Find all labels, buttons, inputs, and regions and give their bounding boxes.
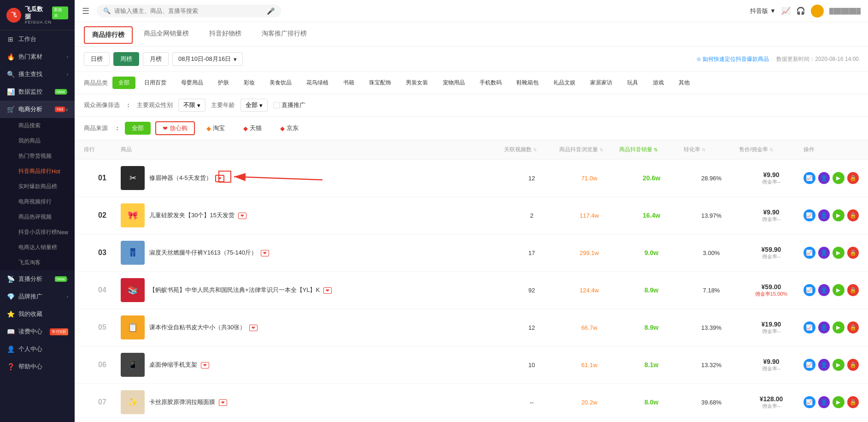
sub-item-store-ranking[interactable]: 抖音小店排行榜 New (18, 225, 75, 240)
source-btn-tianmao[interactable]: ◆ 天猫 (236, 122, 269, 135)
video-action-btn[interactable]: ▶ (833, 284, 845, 296)
user-action-btn[interactable]: 👤 (818, 172, 830, 184)
sidebar-item-help[interactable]: ❓ 帮助中心 (0, 358, 75, 375)
chart-icon[interactable]: 📈 (781, 6, 791, 15)
live-promo-checkbox[interactable]: 直播推广 (273, 101, 305, 109)
search-bar[interactable]: 🔍 🎤 (97, 5, 281, 18)
chart-action-btn[interactable]: 📈 (803, 284, 815, 296)
sub-item-my-products[interactable]: 我的商品 (18, 133, 75, 149)
video-action-btn[interactable]: ▶ (833, 396, 845, 408)
sidebar-item-live-analysis[interactable]: 📡 直播分析 New › (0, 270, 75, 288)
chart-action-btn[interactable]: 📈 (803, 247, 815, 259)
cat-btn-flower[interactable]: 花鸟绿植 (300, 77, 334, 89)
video-action-btn[interactable]: ▶ (833, 172, 845, 184)
sub-item-douyin-ranking[interactable]: 抖音商品排行 Hot (18, 164, 75, 179)
product-source-tag[interactable]: ❤ (215, 175, 224, 182)
search-input[interactable] (114, 7, 267, 14)
sidebar-item-streamer[interactable]: 🔍 播主查找 › (0, 65, 75, 83)
cat-btn-pet[interactable]: 宠物用品 (437, 77, 471, 89)
sub-item-hot-video[interactable]: 热门带货视频 (18, 149, 75, 164)
sub-item-product-search[interactable]: 商品搜索 (18, 118, 75, 133)
video-action-btn[interactable]: ▶ (833, 359, 845, 371)
chart-action-btn[interactable]: 📈 (803, 321, 815, 333)
sidebar-item-collection[interactable]: ⭐ 我的收藏 (0, 305, 75, 323)
chart-action-btn[interactable]: 📈 (803, 172, 815, 184)
video-action-btn[interactable]: ▶ (833, 247, 845, 259)
cat-btn-digital[interactable]: 手机数码 (474, 77, 508, 89)
chart-action-btn[interactable]: 📈 (803, 209, 815, 221)
sub-item-review-video[interactable]: 商品热评视频 (18, 209, 75, 225)
user-action-btn[interactable]: 👤 (818, 209, 830, 221)
sub-item-feigua-taobao[interactable]: 飞瓜淘客 (18, 255, 75, 270)
chart-action-btn[interactable]: 📈 (803, 396, 815, 408)
headset-icon[interactable]: 🎧 (796, 6, 805, 15)
cat-btn-home[interactable]: 家居家访 (584, 77, 618, 89)
user-action-btn[interactable]: 👤 (818, 359, 830, 371)
th-sales[interactable]: 商品抖音销量 ⇅ (619, 146, 684, 154)
th-watch[interactable]: 关联视频数 ⇅ (504, 146, 559, 154)
product-source-tag[interactable]: ❤ (238, 213, 246, 219)
lock-action-btn[interactable]: 🔒 (847, 172, 859, 184)
lock-action-btn[interactable]: 🔒 (847, 396, 859, 408)
daily-btn[interactable]: 日榜 (84, 52, 110, 66)
cat-btn-clothes[interactable]: 男装女装 (400, 77, 434, 89)
sidebar-item-workbench[interactable]: ⊞ 工作台 (0, 30, 75, 48)
video-action-btn[interactable]: ▶ (833, 209, 845, 221)
cat-btn-books[interactable]: 书籍 (337, 77, 360, 89)
avatar[interactable] (811, 5, 824, 18)
age-selector[interactable]: 全部 ▾ (240, 99, 268, 112)
weekly-btn[interactable]: 周榜 (113, 52, 139, 66)
sub-item-ecom-video[interactable]: 电商视频排行 (18, 194, 75, 209)
tab-all-network[interactable]: 商品全网销量榜 (135, 22, 198, 46)
user-action-btn[interactable]: 👤 (818, 247, 830, 259)
chart-action-btn[interactable]: 📈 (803, 359, 815, 371)
tab-product-ranking[interactable]: 商品排行榜 (84, 26, 133, 44)
sidebar-item-data-monitor[interactable]: 📊 数据监控 New › (0, 83, 75, 101)
lock-action-btn[interactable]: 🔒 (847, 247, 859, 259)
date-range-selector[interactable]: 08月10日-08月16日 ▾ (172, 52, 243, 66)
cat-btn-gift[interactable]: 礼品文娱 (547, 77, 581, 89)
product-source-tag[interactable]: ❤ (249, 325, 258, 331)
source-btn-jingdong[interactable]: ◆ 京东 (273, 122, 305, 135)
cat-btn-makeup[interactable]: 彩妆 (238, 77, 261, 89)
lock-action-btn[interactable]: 🔒 (847, 209, 859, 221)
cat-btn-jewelry[interactable]: 珠宝配饰 (363, 77, 397, 89)
video-action-btn[interactable]: ▶ (833, 321, 845, 333)
tab-good-things[interactable]: 抖音好物榜 (200, 22, 251, 46)
sub-item-anchor-ranking[interactable]: 电商达人销量榜 (18, 240, 75, 255)
source-btn-taobao[interactable]: ◆ 淘宝 (199, 122, 232, 135)
monthly-btn[interactable]: 月榜 (143, 52, 169, 66)
gender-selector[interactable]: 不限 ▾ (178, 99, 205, 112)
cat-btn-shoes[interactable]: 鞋靴箱包 (510, 77, 545, 89)
cat-btn-all[interactable]: 全部 (112, 77, 135, 89)
user-action-btn[interactable]: 👤 (818, 321, 830, 333)
sub-item-realtime[interactable]: 实时爆款商品榜 (18, 179, 75, 194)
lock-action-btn[interactable]: 🔒 (847, 359, 859, 371)
sidebar-item-reading[interactable]: 📖 读费中心 年付6折 (0, 323, 75, 340)
user-action-btn[interactable]: 👤 (818, 396, 830, 408)
platform-selector[interactable]: 抖音版 ▼ (750, 7, 776, 15)
cat-btn-games[interactable]: 游戏 (647, 77, 670, 89)
sidebar-item-brand[interactable]: 💎 品牌推广 › (0, 288, 75, 305)
product-source-tag[interactable]: ❤ (219, 399, 227, 406)
source-btn-fangxin[interactable]: ❤ 放心购 (155, 121, 195, 135)
th-price[interactable]: 售价/佣金率 ⇅ (739, 146, 803, 154)
cat-btn-food[interactable]: 美食饮品 (264, 77, 298, 89)
lock-action-btn[interactable]: 🔒 (847, 284, 859, 296)
product-source-tag[interactable]: ❤ (201, 362, 209, 369)
product-source-tag[interactable]: ❤ (261, 250, 269, 256)
cat-btn-daily[interactable]: 日用百货 (138, 77, 172, 89)
product-source-tag[interactable]: ❤ (323, 287, 332, 294)
cat-btn-toys[interactable]: 玩具 (621, 77, 644, 89)
sidebar-item-personal[interactable]: 👤 个人中心 (0, 340, 75, 358)
sidebar-item-ecommerce[interactable]: 🛒 电商分析 Hot ∨ (0, 101, 75, 118)
cat-btn-mother-baby[interactable]: 母婴用品 (175, 77, 209, 89)
th-conversion[interactable]: 转化率 ⇅ (684, 146, 739, 154)
hamburger-icon[interactable]: ☰ (82, 6, 89, 16)
tab-taobao-promo[interactable]: 淘客推广排行榜 (252, 22, 316, 46)
sidebar-item-hot-material[interactable]: 🔥 热门素材 › (0, 48, 75, 65)
cat-btn-skincare[interactable]: 护肤 (212, 77, 235, 89)
lock-action-btn[interactable]: 🔒 (847, 321, 859, 333)
tip-link[interactable]: ⊙ 如何快速定位抖音爆款商品 (697, 55, 769, 63)
cat-btn-other[interactable]: 其他 (673, 77, 696, 89)
